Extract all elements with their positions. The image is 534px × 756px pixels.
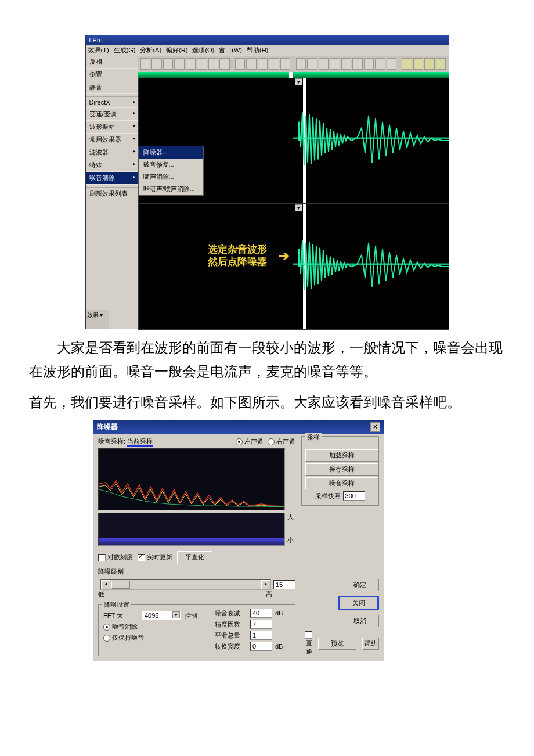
radio-left-channel[interactable]: 左声道 — [236, 438, 264, 445]
checkbox-live-update[interactable]: 实时更新 — [138, 553, 172, 561]
dialog-titlebar: 降噪器 × — [93, 420, 384, 434]
menu-prefs[interactable]: 偏好(R) — [166, 46, 187, 55]
toolbar-button[interactable] — [151, 58, 162, 70]
toolbar-button[interactable] — [246, 58, 257, 70]
menubar[interactable]: 效果(T) 生成(G) 分析(A) 偏好(R) 选项(O) 窗口(W) 帮助(H… — [86, 45, 449, 56]
slider-left-icon[interactable]: ◂ — [101, 580, 110, 589]
toolbar-button[interactable] — [197, 58, 207, 70]
menu-effects[interactable]: 效果(T) — [88, 46, 109, 55]
toolbar-button[interactable] — [174, 58, 185, 70]
sample-group-label: 采样 — [305, 433, 322, 442]
mi-common[interactable]: 常用效果器 — [86, 134, 138, 146]
dialog-title: 降噪器 — [97, 422, 118, 432]
mi-special[interactable]: 特殊 — [86, 159, 138, 172]
preview-button[interactable]: 预览 — [318, 638, 356, 650]
effects-dropdown[interactable]: 反相 倒置 静音 DirectX 变速/变调 波形振幅 常用效果器 滤波器 特殊… — [86, 56, 139, 329]
menu-window[interactable]: 窗口(W) — [219, 46, 242, 55]
toolbar-button[interactable] — [402, 58, 412, 70]
toolbar-button[interactable] — [387, 58, 397, 70]
menu-help[interactable]: 帮助(H) — [247, 46, 268, 55]
settings-group-label: 降噪设置 — [102, 600, 131, 609]
radio-keep-noise[interactable]: 仅保持噪音 — [103, 633, 197, 642]
smi-clip-restore[interactable]: 破音修复... — [139, 159, 203, 171]
smi-clickpop[interactable]: 咔嗒声/噗声消除... — [139, 183, 203, 195]
toolbar-button[interactable] — [258, 58, 268, 70]
toolbar-button[interactable] — [330, 58, 340, 70]
nr-level-label: 降噪级别 — [98, 567, 295, 576]
radio-remove-noise[interactable]: 噪音消除 — [103, 622, 197, 631]
mi-stretch[interactable]: 变速/变调 — [86, 108, 138, 121]
scale-small-label: 小 — [287, 536, 294, 545]
checkbox-direct[interactable]: 直通 — [304, 631, 312, 657]
fft-select[interactable]: 4096 — [142, 611, 181, 620]
fft-label: FFT 大 — [103, 611, 138, 620]
toolbar-button[interactable] — [375, 58, 385, 70]
slider-right-icon[interactable]: ▸ — [261, 580, 270, 589]
mi-amplitude[interactable]: 波形振幅 — [86, 121, 138, 134]
mi-reverse[interactable]: 倒置 — [86, 69, 138, 81]
toolbar-button[interactable] — [319, 58, 329, 70]
body-paragraph-2: 首先，我们要进行噪音采样。如下图所示。大家应该看到噪音采样吧。 — [29, 391, 505, 415]
nr-level-slider[interactable]: ◂ ▸ — [100, 579, 271, 590]
toolbar-button[interactable] — [163, 58, 174, 70]
mi-refresh[interactable]: 刷新效果列表 — [86, 188, 138, 200]
smi-denoiser[interactable]: 降噪器... — [139, 146, 203, 159]
toolbar-button[interactable] — [269, 58, 279, 70]
kv-smooth-input[interactable]: 1 — [250, 631, 272, 640]
mi-mute[interactable]: 静音 — [86, 81, 138, 94]
slider-high-label: 高 — [266, 590, 272, 599]
toolbar-button[interactable] — [307, 58, 317, 70]
toolbar-button[interactable] — [219, 58, 230, 70]
toolbar-button[interactable] — [364, 58, 374, 70]
waveform-area[interactable]: 选定杂音波形 然后点降噪器 ➔ — [138, 78, 449, 329]
cancel-button[interactable]: 取消 — [341, 615, 379, 627]
mi-invert[interactable]: 反相 — [86, 56, 138, 69]
level-display — [98, 513, 285, 546]
ok-button[interactable]: 确定 — [341, 579, 379, 591]
snapshot-input[interactable]: 300 — [343, 491, 365, 501]
noise-removal-submenu[interactable]: 降噪器... 破音修复... 嘶声消除... 咔嗒声/噗声消除... — [138, 146, 204, 196]
audio-editor-screenshot: t Pro 效果(T) 生成(G) 分析(A) 偏好(R) 选项(O) 窗口(W… — [85, 35, 449, 329]
menu-options[interactable]: 选项(O) — [192, 46, 214, 55]
flatten-button[interactable]: 平直化 — [177, 551, 212, 563]
toolbar-button[interactable] — [341, 58, 352, 70]
mi-directx[interactable]: DirectX — [86, 97, 138, 108]
nr-level-input[interactable]: 15 — [273, 580, 295, 589]
toolbar-button[interactable] — [436, 58, 446, 70]
kv-width-input[interactable]: 0 — [250, 642, 272, 651]
mi-noise-removal[interactable]: 噪音清除 — [86, 172, 138, 185]
kv-atten-input[interactable]: 40 — [250, 609, 272, 618]
close-button[interactable]: 关闭 — [338, 596, 379, 610]
toolbar — [138, 56, 449, 73]
toolbar-button[interactable] — [424, 58, 435, 70]
noise-sample-button[interactable]: 噪音采样 — [305, 477, 378, 489]
sample-label-prefix: 噪音采样: — [98, 438, 125, 445]
kv-smooth-label: 平滑总量 — [215, 631, 247, 640]
slider-thumb[interactable] — [111, 581, 130, 589]
save-sample-button[interactable]: 保存采样 — [305, 463, 378, 476]
toolbar-button[interactable] — [296, 58, 306, 70]
kv-precision-input[interactable]: 7 — [250, 620, 272, 629]
toolbar-button[interactable] — [352, 58, 363, 70]
menu-analyze[interactable]: 分析(A) — [140, 46, 161, 55]
annotation-text: 选定杂音波形 然后点降噪器 ➔ — [208, 243, 267, 268]
help-button[interactable]: 帮助 — [362, 638, 379, 650]
noise-reduction-dialog: 降噪器 × 噪音采样: 当前采样 左声道 右声道 — [93, 420, 384, 661]
window-title: t Pro — [86, 35, 449, 45]
load-sample-button[interactable]: 加载采样 — [305, 449, 378, 462]
current-sample-link[interactable]: 当前采样 — [127, 438, 153, 447]
toolbar-button[interactable] — [140, 58, 151, 70]
toolbar-button[interactable] — [235, 58, 246, 70]
radio-right-channel[interactable]: 右声道 — [268, 438, 295, 445]
annotation-arrow-icon: ➔ — [279, 248, 289, 264]
close-icon[interactable]: × — [370, 422, 380, 432]
checkbox-log-scale[interactable]: 对数刻度 — [98, 553, 133, 561]
mi-filter[interactable]: 滤波器 — [86, 146, 138, 159]
body-paragraph-1: 大家是否看到在波形的前面有一段较小的波形，一般情况下，噪音会出现在波形的前面。噪… — [29, 336, 505, 384]
toolbar-button[interactable] — [186, 58, 196, 70]
menu-generate[interactable]: 生成(G) — [114, 46, 136, 55]
toolbar-button[interactable] — [208, 58, 219, 70]
toolbar-button[interactable] — [280, 58, 291, 70]
smi-hiss[interactable]: 嘶声消除... — [139, 171, 203, 183]
toolbar-button[interactable] — [413, 58, 424, 70]
